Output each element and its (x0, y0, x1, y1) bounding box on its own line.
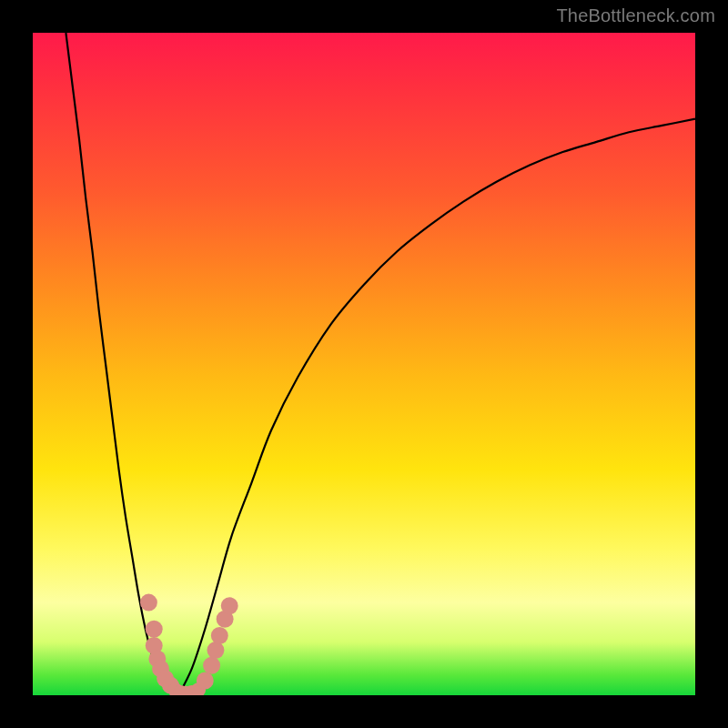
plot-area (33, 33, 695, 695)
data-marker (203, 657, 220, 674)
curve-right (178, 119, 695, 695)
data-marker (197, 672, 214, 690)
chart-svg (33, 33, 695, 695)
data-marker (140, 594, 157, 612)
data-marker (211, 627, 228, 644)
data-marker (207, 642, 224, 659)
data-marker (146, 621, 163, 638)
curve-left (66, 33, 178, 695)
data-marker (221, 597, 238, 614)
watermark-text: TheBottleneck.com (556, 5, 715, 26)
chart-frame: TheBottleneck.com (0, 0, 728, 728)
marker-layer (140, 594, 238, 695)
